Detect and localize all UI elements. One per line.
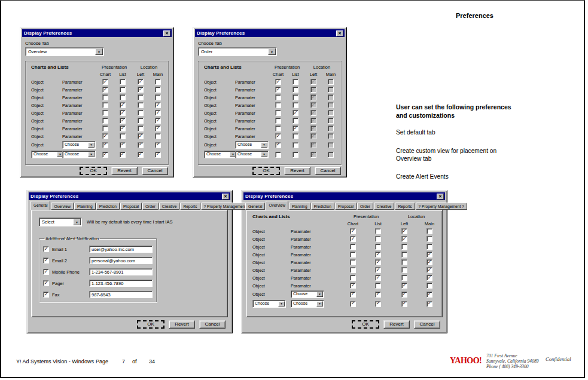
checkbox[interactable]: ✓ [293, 110, 298, 116]
choose-select[interactable]: Choose▼ [235, 151, 269, 158]
checkbox[interactable]: ✓ [426, 292, 432, 298]
checkbox[interactable] [328, 133, 334, 139]
checkbox[interactable] [350, 244, 356, 250]
dialog-titlebar[interactable]: Display Preferences ✕ [195, 29, 345, 37]
checkbox[interactable] [102, 102, 108, 108]
cancel-button[interactable]: Cancel [315, 167, 341, 175]
checkbox[interactable]: ✓ [155, 142, 161, 148]
checkbox[interactable] [328, 110, 334, 116]
checkbox[interactable]: ✓ [120, 110, 126, 116]
checkbox[interactable] [426, 236, 432, 242]
checkbox[interactable]: ✓ [275, 79, 281, 85]
checkbox[interactable] [401, 252, 407, 258]
checkbox[interactable] [102, 118, 108, 124]
close-icon[interactable]: ✕ [222, 194, 229, 200]
checkbox[interactable]: ✓ [155, 152, 161, 158]
checkbox[interactable]: ✓ [120, 125, 126, 131]
checkbox[interactable] [275, 110, 281, 116]
checkbox[interactable] [102, 125, 108, 131]
checkbox[interactable] [375, 228, 381, 234]
checkbox[interactable]: ✓ [102, 79, 108, 85]
dropdown-icon[interactable]: ▼ [261, 142, 267, 148]
checkbox[interactable] [401, 244, 407, 250]
checkbox[interactable] [102, 94, 108, 100]
checkbox[interactable]: ✓ [310, 142, 316, 148]
checkbox[interactable]: ✓ [310, 152, 316, 158]
dropdown-icon[interactable]: ▼ [88, 142, 95, 148]
checkbox[interactable]: ✓ [426, 301, 432, 307]
fax-input[interactable] [89, 291, 153, 298]
email-1-input[interactable] [89, 246, 153, 253]
checkbox[interactable] [375, 244, 381, 250]
checkbox[interactable] [120, 94, 126, 100]
checkbox[interactable]: ✓ [350, 228, 356, 234]
mobile-phone-input[interactable] [89, 268, 153, 275]
checkbox[interactable]: ✓ [120, 118, 126, 124]
checkbox[interactable] [328, 125, 334, 131]
choose-select[interactable]: Choose▼ [291, 290, 324, 298]
checkbox[interactable] [275, 94, 281, 100]
checkbox[interactable]: ✓ [375, 292, 381, 298]
checkbox[interactable]: ✓ [401, 292, 407, 298]
checkbox[interactable]: ✓ [120, 152, 126, 158]
checkbox[interactable] [293, 79, 298, 85]
tab-proposal[interactable]: Proposal [335, 203, 357, 210]
checkbox[interactable] [328, 142, 334, 148]
checkbox[interactable]: ✓ [310, 79, 316, 85]
checkbox[interactable]: ✓ [155, 102, 161, 108]
checkbox[interactable]: ✓ [102, 152, 108, 158]
checkbox[interactable]: ✓ [293, 125, 298, 131]
checkbox[interactable]: ✓ [155, 125, 161, 131]
checkbox[interactable] [426, 283, 432, 289]
checkbox[interactable]: ✓ [375, 301, 381, 307]
choose-select[interactable]: Choose▼ [235, 141, 269, 149]
checkbox[interactable]: ✓ [310, 125, 316, 131]
close-icon[interactable]: ✕ [163, 30, 170, 36]
checkbox[interactable] [328, 79, 334, 85]
checkbox[interactable] [138, 110, 144, 116]
checkbox[interactable]: ✓ [43, 292, 49, 298]
cancel-button[interactable]: Cancel [414, 320, 440, 329]
tab-order[interactable]: Order [142, 203, 159, 210]
tab-property-management[interactable]: ? Property Management ? [416, 203, 467, 210]
tab-planning[interactable]: Planning [74, 203, 96, 210]
tab-creative[interactable]: Creative [159, 203, 180, 210]
checkbox[interactable]: ✓ [102, 142, 108, 148]
tab-general[interactable]: General [31, 201, 50, 210]
revert-button[interactable]: Revert [383, 320, 410, 329]
checkbox[interactable]: ✓ [120, 142, 126, 148]
choose-select[interactable]: Choose▼ [252, 300, 286, 308]
checkbox[interactable]: ✓ [375, 275, 381, 281]
checkbox[interactable] [275, 118, 281, 124]
dropdown-icon[interactable]: ▼ [316, 292, 323, 297]
checkbox[interactable] [293, 142, 298, 148]
tab-prediction[interactable]: Prediction [311, 203, 334, 210]
checkbox[interactable]: ✓ [138, 152, 144, 158]
checkbox[interactable]: ✓ [426, 267, 432, 273]
dropdown-icon[interactable]: ▼ [95, 48, 103, 55]
checkbox[interactable]: ✓ [401, 283, 407, 289]
checkbox[interactable]: ✓ [350, 283, 356, 289]
checkbox[interactable] [293, 87, 298, 93]
checkbox[interactable]: ✓ [155, 118, 161, 124]
checkbox[interactable] [120, 133, 126, 139]
checkbox[interactable]: ✓ [138, 79, 144, 85]
choose-select[interactable]: Choose▼ [62, 151, 96, 158]
tab-reports[interactable]: Reports [180, 203, 200, 210]
checkbox[interactable] [350, 275, 356, 281]
checkbox[interactable] [350, 267, 356, 273]
checkbox[interactable] [275, 102, 281, 108]
choose-select[interactable]: Choose▼ [204, 151, 237, 158]
checkbox[interactable]: ✓ [275, 133, 281, 139]
checkbox[interactable]: ✓ [138, 142, 144, 148]
checkbox[interactable]: ✓ [275, 142, 281, 148]
dropdown-icon[interactable]: ▼ [268, 48, 276, 55]
tab-order[interactable]: Order [357, 203, 373, 210]
checkbox[interactable]: ✓ [43, 269, 49, 275]
checkbox[interactable]: ✓ [375, 267, 381, 273]
checkbox[interactable] [155, 87, 161, 93]
email-2-input[interactable] [89, 257, 153, 264]
checkbox[interactable]: ✓ [401, 228, 407, 234]
checkbox[interactable]: ✓ [401, 301, 407, 307]
checkbox[interactable]: ✓ [426, 275, 432, 281]
